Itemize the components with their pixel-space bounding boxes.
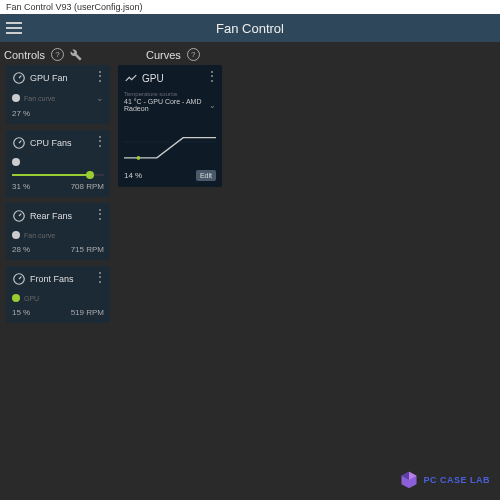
chevron-down-icon: ⌄: [209, 101, 216, 110]
control-card[interactable]: Rear Fans ⋮ Fan curve 28 % 715 RPM: [6, 203, 110, 260]
control-name: CPU Fans: [30, 138, 72, 148]
control-name: GPU Fan: [30, 73, 68, 83]
curve-header: GPU ⋮: [124, 71, 216, 85]
curves-label: Curves: [146, 49, 181, 61]
curve-bottom: 14 % Edit: [124, 170, 216, 181]
stats-row: 28 % 715 RPM: [12, 245, 104, 254]
edit-button[interactable]: Edit: [196, 170, 216, 181]
temp-source-dropdown[interactable]: 41 °C - GPU Core - AMD Radeon ⌄: [124, 98, 216, 112]
help-icon[interactable]: ?: [51, 48, 64, 61]
help-icon[interactable]: ?: [187, 48, 200, 61]
rpm-value: 708 RPM: [71, 182, 104, 191]
curve-percent: 14 %: [124, 171, 142, 180]
curve-card-gpu[interactable]: GPU ⋮ Temperature source 41 °C - GPU Cor…: [118, 65, 222, 187]
source-label: Fan curve: [24, 95, 92, 102]
gauge-icon: [12, 209, 26, 223]
control-name: Rear Fans: [30, 211, 72, 221]
control-header: GPU Fan ⋮: [12, 71, 104, 85]
rpm-value: 715 RPM: [71, 245, 104, 254]
content-area: GPU Fan ⋮ Fan curve ⌄ 27 % CPU Fans ⋮: [0, 65, 500, 323]
stats-row: 27 %: [12, 109, 104, 118]
temp-source-label: Temperature source: [124, 91, 216, 97]
source-label: GPU: [24, 295, 104, 302]
percent-value: 27 %: [12, 109, 30, 118]
svg-point-5: [137, 156, 141, 160]
control-card[interactable]: GPU Fan ⋮ Fan curve ⌄ 27 %: [6, 65, 110, 124]
menu-icon[interactable]: [0, 16, 28, 40]
kebab-icon[interactable]: ⋮: [94, 209, 106, 219]
status-dot: [12, 158, 20, 166]
chart-icon: [124, 71, 138, 85]
stats-row: 15 % 519 RPM: [12, 308, 104, 317]
rpm-value: 519 RPM: [71, 308, 104, 317]
source-row[interactable]: Fan curve: [12, 231, 104, 239]
status-dot: [12, 94, 20, 102]
control-header: Rear Fans ⋮: [12, 209, 104, 223]
controls-header: Controls ?: [4, 48, 134, 61]
source-row[interactable]: Fan curve ⌄: [12, 93, 104, 103]
app-title: Fan Control: [216, 21, 284, 36]
kebab-icon[interactable]: ⋮: [94, 136, 106, 146]
control-card[interactable]: Front Fans ⋮ GPU 15 % 519 RPM: [6, 266, 110, 323]
curve-graph[interactable]: [124, 118, 216, 166]
status-dot: [12, 231, 20, 239]
watermark-text: PC CASE LAB: [423, 475, 490, 485]
source-row[interactable]: [12, 158, 104, 166]
curves-header: Curves ?: [146, 48, 200, 61]
watermark: PC CASE LAB: [399, 470, 490, 490]
chevron-down-icon[interactable]: ⌄: [96, 93, 104, 103]
topbar: Fan Control: [0, 14, 500, 42]
cube-icon: [399, 470, 419, 490]
control-card[interactable]: CPU Fans ⋮ 31 % 708 RPM: [6, 130, 110, 197]
curve-name: GPU: [142, 73, 164, 84]
temp-source-value: 41 °C - GPU Core - AMD Radeon: [124, 98, 207, 112]
controls-label: Controls: [4, 49, 45, 61]
gauge-icon: [12, 272, 26, 286]
controls-column: GPU Fan ⋮ Fan curve ⌄ 27 % CPU Fans ⋮: [6, 65, 110, 323]
percent-value: 31 %: [12, 182, 30, 191]
window-title: Fan Control V93 (userConfig.json): [6, 2, 143, 12]
gauge-icon: [12, 71, 26, 85]
wrench-icon[interactable]: [70, 48, 83, 61]
control-name: Front Fans: [30, 274, 74, 284]
control-header: Front Fans ⋮: [12, 272, 104, 286]
percent-value: 15 %: [12, 308, 30, 317]
section-headers: Controls ? Curves ?: [0, 42, 500, 65]
source-row[interactable]: GPU: [12, 294, 104, 302]
control-header: CPU Fans ⋮: [12, 136, 104, 150]
kebab-icon[interactable]: ⋮: [206, 71, 218, 81]
gauge-icon: [12, 136, 26, 150]
window-titlebar: Fan Control V93 (userConfig.json): [0, 0, 500, 14]
kebab-icon[interactable]: ⋮: [94, 272, 106, 282]
fan-slider[interactable]: [12, 174, 104, 176]
curves-column: GPU ⋮ Temperature source 41 °C - GPU Cor…: [118, 65, 222, 323]
kebab-icon[interactable]: ⋮: [94, 71, 106, 81]
source-label: Fan curve: [24, 232, 104, 239]
stats-row: 31 % 708 RPM: [12, 182, 104, 191]
status-dot: [12, 294, 20, 302]
percent-value: 28 %: [12, 245, 30, 254]
